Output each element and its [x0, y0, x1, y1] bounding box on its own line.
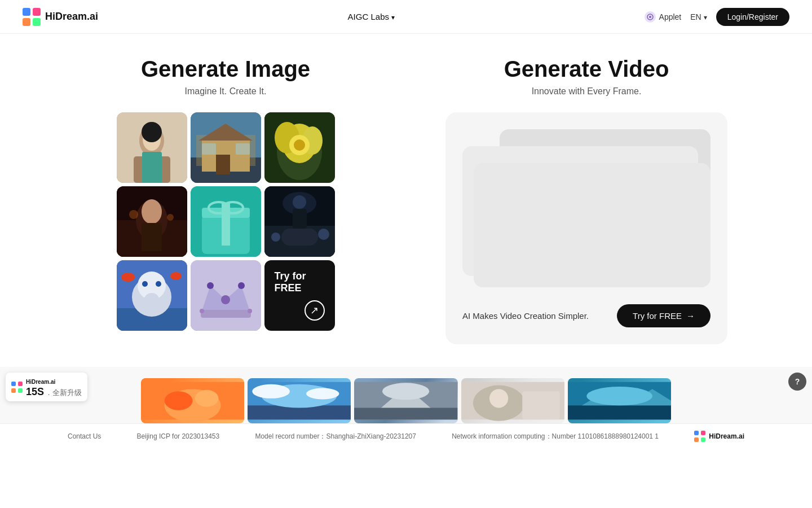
- svg-point-72: [195, 390, 219, 407]
- footer-logo-text: HiDream.ai: [709, 432, 744, 440]
- footer-logo: HiDream.ai: [694, 431, 744, 442]
- svg-point-32: [129, 210, 138, 219]
- login-register-button[interactable]: Login/Register: [716, 8, 789, 26]
- svg-point-89: [586, 387, 652, 405]
- svg-rect-87: [568, 405, 671, 419]
- svg-rect-93: [701, 437, 705, 442]
- svg-point-84: [489, 389, 508, 408]
- svg-rect-19: [236, 143, 250, 155]
- svg-point-77: [306, 388, 339, 400]
- svg-rect-85: [522, 391, 560, 419]
- svg-rect-91: [701, 431, 705, 435]
- svg-point-64: [248, 309, 252, 313]
- nav-right: Applet EN Login/Register: [645, 8, 789, 26]
- svg-point-26: [294, 139, 305, 151]
- svg-rect-17: [216, 155, 230, 174]
- svg-point-10: [142, 122, 162, 142]
- upgrade-number: 15S: [26, 386, 44, 398]
- svg-rect-0: [23, 8, 30, 16]
- bottom-preview-strip: [0, 378, 812, 423]
- video-bottom-row: AI Makes Video Creation Simpler. Try for…: [462, 299, 710, 327]
- svg-point-52: [142, 281, 148, 287]
- lang-chevron-icon: [704, 12, 707, 21]
- floating-logo-text: HiDream.ai 15S ．全新升级: [26, 376, 82, 398]
- svg-rect-92: [694, 437, 699, 442]
- grid-item-5[interactable]: [191, 186, 261, 257]
- svg-point-47: [318, 229, 329, 240]
- svg-point-61: [207, 282, 214, 289]
- applet-icon: [645, 11, 656, 23]
- footer: Contact Us Beijing ICP for 2023013453 Mo…: [0, 423, 812, 449]
- footer-network-info: Network information computing：Number 110…: [452, 432, 659, 441]
- image-grid: Try for FREE ↗: [117, 112, 335, 331]
- svg-rect-66: [18, 382, 23, 386]
- preview-item-1[interactable]: [141, 378, 244, 423]
- video-main-card: [474, 163, 710, 287]
- svg-point-46: [271, 233, 280, 242]
- svg-point-5: [649, 16, 651, 18]
- footer-contact[interactable]: Contact Us: [68, 432, 101, 440]
- preview-item-3[interactable]: [354, 378, 457, 423]
- language-selector[interactable]: EN: [690, 12, 707, 21]
- svg-rect-45: [293, 209, 307, 229]
- nav-center: AIGC Labs: [348, 12, 395, 21]
- grid-item-3[interactable]: [264, 112, 335, 183]
- svg-rect-31: [142, 223, 162, 251]
- chevron-down-icon: [391, 12, 395, 21]
- bottom-section: HiDream.ai 15S ．全新升级: [0, 367, 812, 423]
- image-section-subtitle: Imagine It. Create It.: [185, 86, 267, 97]
- footer-icp: Beijing ICP for 2023013453: [137, 432, 220, 440]
- video-try-free-button[interactable]: Try for FREE →: [617, 304, 710, 327]
- upgrade-text: ．全新升级: [45, 388, 82, 398]
- svg-rect-80: [354, 408, 457, 419]
- preview-item-4[interactable]: [461, 378, 564, 423]
- grid-item-8[interactable]: [191, 260, 261, 331]
- svg-point-71: [165, 391, 193, 410]
- preview-item-5[interactable]: [568, 378, 671, 423]
- svg-rect-68: [18, 388, 23, 393]
- grid-item-1[interactable]: [117, 112, 187, 183]
- floating-logo-icon: [11, 382, 23, 393]
- footer-model-record: Model record number：Shanghai-ZhiXiang-20…: [255, 432, 416, 441]
- help-button[interactable]: ?: [788, 373, 806, 391]
- applet-button[interactable]: Applet: [645, 11, 682, 23]
- svg-point-56: [170, 272, 182, 280]
- svg-rect-1: [33, 8, 41, 16]
- svg-point-44: [293, 195, 306, 209]
- svg-point-30: [142, 199, 162, 224]
- logo[interactable]: HiDream.ai: [23, 8, 98, 26]
- video-section-title: Generate Video: [504, 56, 669, 82]
- svg-point-81: [382, 383, 429, 400]
- arrow-right-icon: →: [686, 311, 695, 321]
- video-ai-text: AI Makes Video Creation Simpler.: [462, 311, 589, 321]
- header: HiDream.ai AIGC Labs Applet EN Login/Reg…: [0, 0, 812, 34]
- image-section-title: Generate Image: [141, 56, 310, 82]
- video-section: Generate Video Innovate with Every Frame…: [429, 56, 744, 344]
- svg-point-62: [238, 282, 245, 289]
- grid-item-2[interactable]: [191, 112, 261, 183]
- video-card: AI Makes Video Creation Simpler. Try for…: [445, 112, 727, 344]
- image-section: Generate Image Imagine It. Create It.: [68, 56, 383, 344]
- main-content: Generate Image Imagine It. Create It.: [0, 34, 812, 367]
- svg-rect-43: [281, 229, 318, 246]
- video-placeholder: [462, 129, 710, 287]
- svg-rect-2: [23, 18, 30, 26]
- svg-rect-3: [33, 18, 41, 26]
- svg-rect-90: [694, 431, 699, 435]
- nav-aigc-labs[interactable]: AIGC Labs: [348, 12, 395, 21]
- svg-point-76: [253, 384, 290, 398]
- video-section-subtitle: Innovate with Every Frame.: [532, 86, 642, 97]
- svg-rect-67: [11, 388, 16, 393]
- preview-item-2[interactable]: [248, 378, 351, 423]
- logo-icon: [23, 8, 41, 26]
- try-free-arrow-icon: ↗: [304, 300, 325, 321]
- grid-item-4[interactable]: [117, 186, 187, 257]
- grid-item-7[interactable]: [117, 260, 187, 331]
- svg-point-53: [156, 281, 161, 287]
- try-free-cell[interactable]: Try for FREE ↗: [264, 260, 335, 331]
- svg-rect-65: [11, 382, 16, 386]
- svg-rect-54: [144, 293, 160, 310]
- svg-rect-11: [142, 152, 162, 183]
- grid-item-6[interactable]: [264, 186, 335, 257]
- svg-rect-18: [202, 143, 216, 155]
